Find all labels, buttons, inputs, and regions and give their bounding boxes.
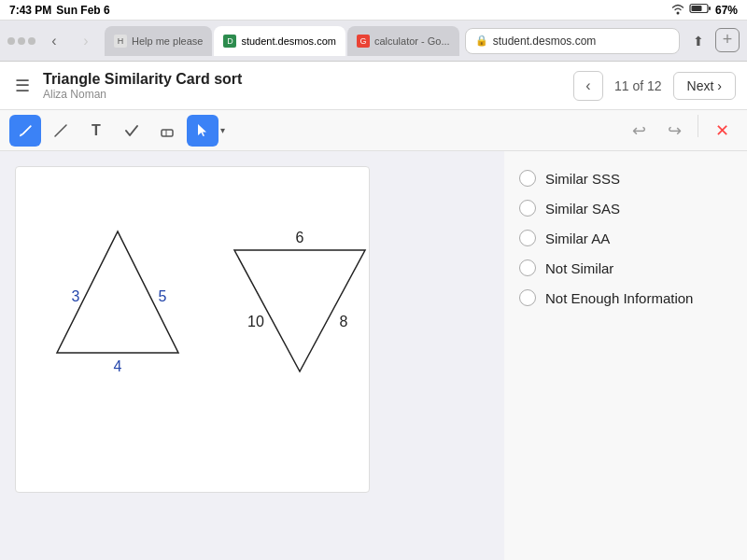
app-title: Triangle Similarity Card sort [43, 71, 564, 88]
tab-bar: H Help me please D student.desmos.com G … [105, 26, 459, 56]
tab-desmos-favicon: D [223, 35, 236, 48]
share-button[interactable]: ⬆ [685, 28, 712, 54]
radio-aa[interactable] [519, 230, 536, 246]
browser-actions: ⬆ + [685, 28, 740, 54]
option-not-enough[interactable]: Not Enough Information [519, 289, 732, 306]
triangle1-right-label: 5 [159, 288, 167, 304]
toolbar-actions: ↩ ↪ ✕ [623, 115, 738, 147]
toolbar-divider [698, 115, 698, 137]
svg-rect-1 [691, 6, 701, 11]
back-button[interactable]: ‹ [41, 28, 67, 54]
next-label: Next [687, 78, 714, 93]
radio-sss[interactable] [519, 170, 536, 187]
browser-chrome: ‹ › H Help me please D student.desmos.co… [0, 21, 747, 62]
canvas-card[interactable]: 3 5 4 6 10 8 [15, 166, 370, 493]
radio-sas[interactable] [519, 200, 536, 217]
triangle1-bottom-label: 4 [114, 358, 122, 374]
new-tab-button[interactable]: + [715, 28, 740, 52]
date-display: Sun Feb 6 [56, 4, 109, 17]
status-bar: 7:43 PM Sun Feb 6 67% [0, 0, 747, 21]
lock-icon: 🔒 [475, 35, 488, 47]
label-aa: Similar AA [545, 231, 610, 246]
selection-tool-group[interactable]: ▾ [187, 115, 227, 147]
battery-icon [690, 3, 711, 17]
tab-help-favicon: H [114, 35, 127, 48]
undo-button[interactable]: ↩ [623, 115, 655, 147]
status-icons: 67% [670, 3, 738, 17]
text-icon: T [92, 122, 101, 139]
label-sss: Similar SSS [545, 171, 620, 187]
app-header: ☰ Triangle Similarity Card sort Aliza No… [0, 62, 747, 110]
svg-line-3 [55, 125, 66, 136]
label-not-similar: Not Similar [545, 260, 613, 276]
option-aa[interactable]: Similar AA [519, 230, 732, 246]
address-bar[interactable]: 🔒 student.desmos.com [465, 28, 680, 54]
radio-not-similar[interactable] [519, 259, 536, 276]
triangle2-top-label: 6 [296, 230, 304, 245]
label-not-enough: Not Enough Information [545, 290, 693, 306]
triangle2-shape [234, 250, 365, 371]
triangle2-left-label: 10 [247, 314, 264, 329]
browser-dots [7, 37, 35, 45]
menu-button[interactable]: ☰ [11, 72, 34, 100]
checkmark-tool-button[interactable] [116, 115, 148, 147]
battery-percent: 67% [715, 4, 738, 17]
triangle1-left-label: 3 [72, 288, 80, 304]
radio-not-enough[interactable] [519, 289, 536, 306]
eraser-tool-button[interactable] [151, 115, 183, 147]
option-sss[interactable]: Similar SSS [519, 170, 732, 187]
tab-calculator[interactable]: G calculator - Go... [347, 26, 459, 56]
selection-tool-button[interactable] [187, 115, 218, 147]
triangle2-right-label: 8 [340, 314, 348, 329]
prev-page-button[interactable]: ‹ [573, 71, 603, 101]
tool-dropdown-icon[interactable]: ▾ [218, 123, 227, 137]
toolbar: T ▾ ↩ ↪ ✕ [0, 110, 747, 151]
nav-controls: ‹ 11 of 12 Next › [573, 71, 736, 101]
tab-desmos-label: student.desmos.com [241, 35, 336, 47]
tab-calc-favicon: G [357, 35, 370, 48]
tab-desmos[interactable]: D student.desmos.com [214, 26, 345, 56]
option-sas[interactable]: Similar SAS [519, 200, 732, 217]
text-tool-button[interactable]: T [80, 115, 112, 147]
triangles-svg: 3 5 4 6 10 8 [24, 175, 360, 483]
url-text: student.desmos.com [493, 35, 597, 48]
redo-button[interactable]: ↪ [658, 115, 690, 147]
status-time: 7:43 PM Sun Feb 6 [9, 4, 110, 17]
label-sas: Similar SAS [545, 201, 620, 217]
tab-calc-label: calculator - Go... [374, 35, 450, 47]
line-tool-button[interactable] [45, 115, 77, 147]
page-indicator: 11 of 12 [609, 78, 668, 93]
forward-button[interactable]: › [73, 28, 99, 54]
svg-rect-2 [709, 7, 711, 10]
answer-sidebar: Similar SSS Similar SAS Similar AA Not S… [504, 151, 747, 560]
title-group: Triangle Similarity Card sort Aliza Noma… [43, 71, 564, 101]
pen-tool-button[interactable] [9, 115, 41, 147]
canvas-area: 3 5 4 6 10 8 [0, 151, 504, 560]
next-page-button[interactable]: Next › [673, 72, 736, 100]
option-not-similar[interactable]: Not Similar [519, 259, 732, 276]
tab-help[interactable]: H Help me please [105, 26, 212, 56]
svg-rect-4 [162, 130, 173, 136]
close-button[interactable]: ✕ [706, 115, 738, 147]
tab-help-label: Help me please [132, 35, 203, 47]
wifi-icon [670, 3, 685, 17]
main-content: 3 5 4 6 10 8 Similar SSS Similar SAS [0, 151, 747, 560]
app-subtitle: Aliza Noman [43, 88, 564, 101]
time-display: 7:43 PM [9, 4, 51, 17]
next-arrow-icon: › [717, 78, 722, 93]
